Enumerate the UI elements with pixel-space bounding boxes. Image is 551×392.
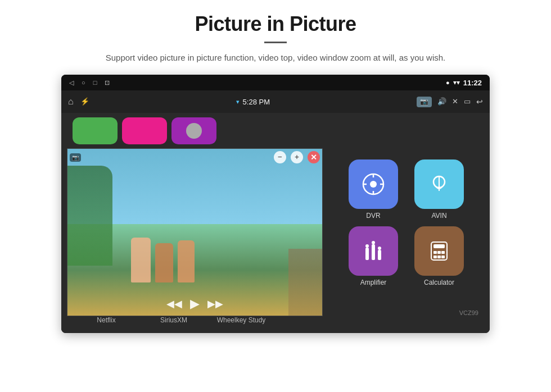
svg-rect-5 [372, 244, 375, 260]
pip-close-button[interactable]: ✕ [308, 151, 320, 163]
pip-next-button[interactable]: ▶▶ [207, 298, 223, 310]
svg-rect-13 [437, 251, 441, 254]
back-icon[interactable]: ↩ [476, 97, 483, 107]
scene-ground-right [288, 249, 322, 316]
netflix-label: Netflix [97, 316, 115, 324]
svg-point-8 [372, 241, 375, 244]
right-app-grid: DVR AVIN [323, 117, 484, 329]
app-grid-area: 📷 − + ✕ ◀◀ ▶ ▶▶ [61, 113, 490, 333]
usb-icon: ⚡ [80, 97, 89, 106]
camera-icon: 📷 [420, 98, 428, 106]
app-bar: ⌂ ⚡ ▾ 5:28 PM 📷 🔊 ✕ ▭ ↩ [61, 90, 490, 113]
main-content: 📷 − + ✕ ◀◀ ▶ ▶▶ [61, 113, 490, 333]
pip-prev-button[interactable]: ◀◀ [166, 298, 182, 310]
top-app-purple[interactable] [171, 117, 216, 144]
pip-minus-button[interactable]: − [274, 151, 286, 163]
location-icon: ● [446, 79, 450, 86]
svg-point-1 [370, 181, 377, 188]
top-app-icons-row [67, 117, 323, 148]
calculator-icon [427, 239, 451, 263]
status-time: 11:22 [463, 79, 482, 87]
svg-rect-16 [437, 256, 441, 258]
dvr-label: DVR [366, 212, 380, 220]
avin-label: AVIN [431, 212, 446, 220]
svg-rect-11 [433, 244, 445, 248]
dvr-icon [361, 172, 386, 197]
app-cell-calculator[interactable]: Calculator [410, 226, 469, 286]
app-bar-right: 📷 🔊 ✕ ▭ ↩ [417, 97, 483, 107]
app-bar-time: 5:28 PM [243, 98, 270, 106]
top-app-pink[interactable] [122, 117, 167, 144]
page-title: Picture in Picture [195, 12, 356, 36]
svg-point-9 [378, 247, 381, 250]
app-grid-row-1: DVR AVIN [328, 159, 484, 220]
pip-bottom-controls: ◀◀ ▶ ▶▶ [166, 297, 223, 311]
volume-icon[interactable]: 🔊 [437, 97, 446, 106]
svg-rect-4 [365, 248, 369, 260]
amplifier-label: Amplifier [360, 279, 387, 286]
svg-rect-14 [441, 251, 445, 254]
nav-home-icon[interactable]: ○ [82, 79, 85, 86]
bottom-app-row: Netflix SiriusXM Wheelkey Study [67, 316, 323, 329]
calculator-icon-box [414, 226, 464, 276]
pip-top-controls: 📷 − + ✕ [70, 151, 320, 163]
bottom-app-netflix[interactable]: Netflix [73, 316, 140, 324]
svg-point-7 [365, 244, 369, 248]
nav-back-icon[interactable]: ◁ [69, 79, 74, 86]
close-icon[interactable]: ✕ [452, 97, 458, 106]
svg-rect-15 [433, 256, 437, 258]
camera-button[interactable]: 📷 [417, 97, 432, 107]
pip-window-controls: − + ✕ [274, 151, 320, 163]
app-cell-avin[interactable]: AVIN [410, 159, 469, 220]
svg-rect-12 [433, 251, 437, 254]
app-bar-center: ▾ 5:28 PM [95, 98, 411, 106]
figure-3 [178, 240, 195, 282]
avin-icon [427, 172, 451, 197]
app-cell-dvr[interactable]: DVR [344, 159, 403, 220]
nav-square-icon[interactable]: □ [93, 79, 97, 86]
top-app-green[interactable] [73, 117, 118, 144]
home-icon[interactable]: ⌂ [68, 97, 74, 107]
watermark: VCZ99 [459, 309, 478, 316]
bottom-app-siriusxm[interactable]: SiriusXM [140, 316, 207, 324]
nav-media-icon[interactable]: ⊡ [105, 79, 110, 86]
status-bar-right: ● ▾▾ 11:22 [446, 79, 482, 87]
figure-1 [131, 238, 151, 282]
svg-rect-6 [378, 250, 381, 260]
dvr-icon-box [349, 159, 398, 209]
page-subtitle: Support video picture in picture functio… [106, 51, 445, 65]
calculator-label: Calculator [424, 279, 454, 286]
status-bar: ◁ ○ □ ⊡ ● ▾▾ 11:22 [61, 75, 490, 90]
bottom-app-wheelkey[interactable]: Wheelkey Study [207, 316, 275, 324]
pip-video[interactable]: 📷 − + ✕ ◀◀ ▶ ▶▶ [67, 148, 323, 316]
status-bar-nav: ◁ ○ □ ⊡ [69, 79, 110, 86]
app-grid-row-2: Amplifier [328, 226, 484, 286]
scene-figures [131, 238, 195, 282]
wifi-icon: ▾ [236, 98, 240, 106]
figure-2 [155, 243, 173, 282]
svg-rect-17 [441, 256, 445, 258]
amplifier-icon [361, 239, 386, 263]
pip-plus-button[interactable]: + [291, 151, 303, 163]
pip-camera-icon: 📷 [70, 153, 81, 162]
title-divider [264, 42, 287, 43]
wifi-status-icon: ▾▾ [453, 79, 460, 86]
pip-video-inner: 📷 − + ✕ ◀◀ ▶ ▶▶ [67, 149, 322, 316]
scene-tree-left [67, 166, 112, 266]
amplifier-icon-box [349, 226, 398, 276]
wheelkey-label: Wheelkey Study [217, 316, 266, 324]
pip-play-button[interactable]: ▶ [190, 297, 200, 311]
page-container: Picture in Picture Support video picture… [0, 0, 551, 392]
siriusxm-label: SiriusXM [160, 316, 187, 324]
app-cell-amplifier[interactable]: Amplifier [344, 226, 403, 286]
avin-icon-box [414, 159, 464, 209]
pip-window-icon[interactable]: ▭ [464, 97, 471, 106]
video-pip-container: 📷 − + ✕ ◀◀ ▶ ▶▶ [67, 117, 323, 329]
device-frame: ◁ ○ □ ⊡ ● ▾▾ 11:22 ⌂ ⚡ ▾ 5:28 PM [61, 75, 490, 333]
app-bar-left: ⌂ ⚡ [68, 97, 89, 107]
